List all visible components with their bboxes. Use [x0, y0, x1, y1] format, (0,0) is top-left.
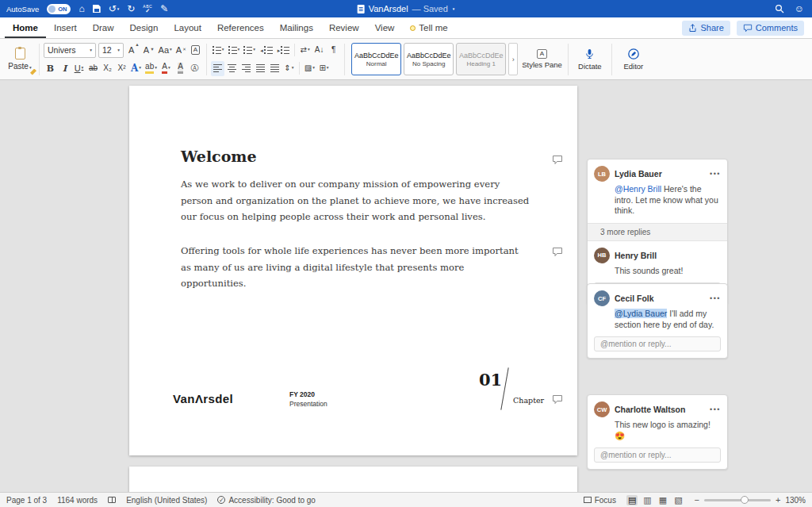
accessibility-status[interactable]: ✓Accessibility: Good to go [217, 496, 316, 505]
underline-button[interactable]: U▾ [72, 61, 86, 76]
tab-home[interactable]: Home [5, 17, 46, 38]
strikethrough-button[interactable]: ab [86, 61, 100, 76]
language-status[interactable]: English (United States) [126, 496, 207, 505]
more-options-icon[interactable]: ••• [710, 170, 721, 178]
decrease-indent-button[interactable]: ◂ [258, 43, 274, 58]
increase-indent-button[interactable]: ▸ [275, 43, 292, 58]
tab-view[interactable]: View [367, 17, 403, 38]
comment-thread-3[interactable]: CW Charlotte Waltson ••• This new logo i… [587, 394, 728, 470]
tab-tell-me[interactable]: Tell me [402, 17, 455, 38]
justify-button[interactable] [254, 61, 267, 76]
subscript-button[interactable]: X₂ [101, 61, 114, 76]
document-page-1[interactable]: Welcome As we work to deliver on our com… [129, 86, 577, 455]
align-left-button[interactable] [211, 61, 224, 76]
style-heading-1[interactable]: AaBbCcDdEe Heading 1 [456, 43, 506, 75]
style-normal[interactable]: AaBbCcDdEe Normal [351, 43, 401, 75]
bold-button[interactable]: B [44, 61, 57, 76]
print-layout-view-icon[interactable]: ▤ [626, 495, 638, 505]
font-name-dropdown[interactable]: Univers▾ [44, 43, 96, 58]
more-replies-button[interactable]: 3 more replies [588, 223, 727, 241]
zoom-out-icon[interactable]: − [695, 495, 699, 505]
zoom-in-icon[interactable]: + [776, 495, 780, 505]
document-title-area[interactable]: VanArsdel — Saved ▾ [358, 4, 455, 13]
enclose-characters-button[interactable]: Ⓐ [188, 61, 201, 76]
page-count[interactable]: Page 1 of 3 [6, 496, 47, 505]
reply-input[interactable]: @mention or reply... [594, 336, 721, 351]
asian-layout-button[interactable]: ⇄▾ [298, 43, 312, 58]
focus-mode-button[interactable]: Focus [584, 496, 616, 505]
styles-gallery-expand-button[interactable]: › [508, 43, 518, 75]
bullets-button[interactable]: ▾ [211, 43, 226, 58]
text-effects-button[interactable]: A▾ [129, 61, 143, 76]
show-formatting-marks-button[interactable]: ¶ [327, 43, 340, 58]
more-options-icon[interactable]: ••• [710, 294, 721, 302]
tab-review[interactable]: Review [321, 17, 367, 38]
search-icon[interactable] [775, 4, 784, 13]
font-size-dropdown[interactable]: 12▾ [98, 43, 124, 58]
tab-layout[interactable]: Layout [166, 17, 209, 38]
comment-anchor-icon[interactable] [552, 246, 563, 260]
grow-font-button[interactable]: A▲ [127, 43, 141, 58]
align-center-button[interactable] [225, 61, 239, 76]
character-shading-button[interactable]: A [174, 61, 187, 76]
mention-link[interactable]: @Lydia Bauer [615, 309, 667, 318]
clear-formatting-button[interactable]: A✕ [174, 43, 188, 58]
comment-anchor-icon[interactable] [552, 154, 563, 168]
zoom-slider-knob[interactable] [741, 496, 749, 504]
document-heading[interactable]: Welcome [181, 148, 257, 165]
pen-icon[interactable]: ✎ [160, 4, 168, 13]
sort-button[interactable]: A↓ [312, 43, 326, 58]
draft-view-icon[interactable]: ▧ [672, 495, 684, 505]
character-border-button[interactable]: A [189, 43, 202, 58]
word-count[interactable]: 1164 words [57, 496, 98, 505]
superscript-button[interactable]: X² [115, 61, 128, 76]
font-color-button[interactable]: A▾ [159, 61, 173, 76]
italic-button[interactable]: I [58, 61, 71, 76]
align-right-button[interactable] [239, 61, 253, 76]
document-page-2[interactable] [129, 467, 577, 492]
style-no-spacing[interactable]: AaBbCcDdEe No Spacing [404, 43, 454, 75]
highlight-color-button[interactable]: ab▾ [144, 61, 159, 76]
mention-link[interactable]: @Henry Brill [615, 184, 661, 194]
tab-insert[interactable]: Insert [46, 17, 85, 38]
web-layout-view-icon[interactable]: ▥ [642, 495, 653, 505]
zoom-level[interactable]: 130% [785, 496, 806, 505]
distribute-text-button[interactable] [268, 61, 282, 76]
tab-draw[interactable]: Draw [85, 17, 122, 38]
styles-pane-button[interactable]: A Styles Pane [520, 41, 564, 78]
align-right-icon [242, 64, 251, 72]
document-canvas[interactable]: Welcome As we work to deliver on our com… [0, 80, 812, 492]
share-button[interactable]: Share [682, 21, 730, 36]
comment-thread-2[interactable]: CF Cecil Folk ••• @Lydia Bauer I'll add … [587, 283, 728, 359]
document-paragraph[interactable]: Offering tools for whole life experience… [181, 243, 531, 292]
comments-button[interactable]: Comments [737, 21, 804, 36]
zoom-slider[interactable] [704, 499, 771, 501]
multilevel-list-button[interactable]: ▾ [242, 43, 257, 58]
tab-design[interactable]: Design [122, 17, 167, 38]
shading-button[interactable]: ▨▾ [303, 61, 316, 76]
tab-mailings[interactable]: Mailings [272, 17, 321, 38]
line-spacing-button[interactable]: ⇕▾ [282, 61, 296, 76]
home-icon[interactable]: ⌂ [79, 4, 84, 13]
tab-references[interactable]: References [209, 17, 272, 38]
dictate-button[interactable]: Dictate [573, 41, 607, 78]
paste-button[interactable]: Paste▾ [5, 41, 35, 78]
outline-view-icon[interactable]: ▦ [657, 495, 668, 505]
numbering-button[interactable]: ▾ [227, 43, 242, 58]
undo-button[interactable]: ↺▾ [109, 4, 120, 13]
proofing-status-icon[interactable] [108, 497, 116, 503]
save-icon[interactable] [93, 5, 101, 13]
borders-button[interactable]: ⊞▾ [317, 61, 331, 76]
spelling-check-icon[interactable]: ABC✓ [143, 5, 152, 13]
more-options-icon[interactable]: ••• [710, 405, 721, 413]
reply-input[interactable]: @mention or reply... [594, 447, 721, 463]
comment-text: @Lydia Bauer I'll add my section here by… [615, 309, 719, 330]
shrink-font-button[interactable]: A▼ [142, 43, 156, 58]
comment-anchor-icon[interactable] [552, 394, 563, 408]
change-case-button[interactable]: Aa▾ [157, 43, 174, 58]
editor-button[interactable]: Editor [616, 41, 651, 78]
document-paragraph[interactable]: As we work to deliver on our company mis… [181, 176, 531, 225]
feedback-smiley-icon[interactable]: ☺ [795, 4, 804, 13]
autosave-toggle[interactable]: ON [47, 4, 71, 14]
redo-button[interactable]: ↻ [127, 4, 135, 13]
